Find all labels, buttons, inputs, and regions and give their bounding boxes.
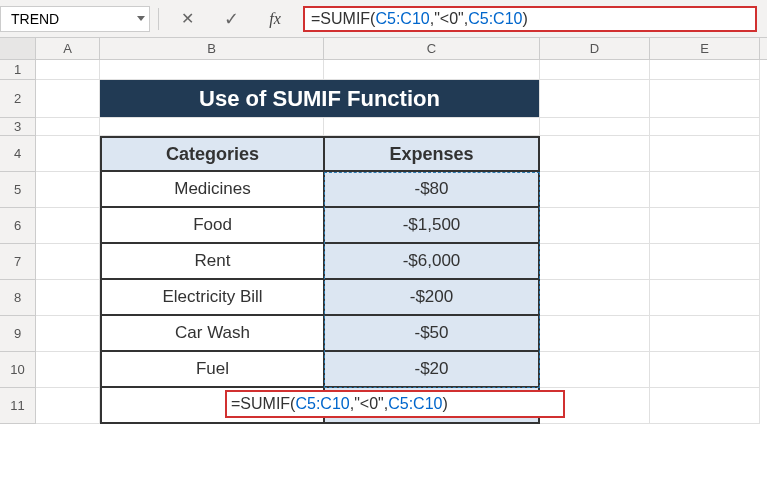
cell-a1[interactable] — [36, 60, 100, 80]
cell-category[interactable]: Car Wash — [100, 316, 324, 352]
col-header-e[interactable]: E — [650, 38, 760, 59]
row-header-9[interactable]: 9 — [0, 316, 36, 352]
cell-e2[interactable] — [650, 80, 760, 118]
cell-c3[interactable] — [324, 118, 540, 136]
row-3: 3 — [0, 118, 767, 136]
check-icon: ✓ — [224, 8, 239, 30]
cell-b1[interactable] — [100, 60, 324, 80]
cell-e11[interactable] — [650, 388, 760, 424]
insert-function-button[interactable]: fx — [255, 6, 295, 32]
cancel-button[interactable]: ✕ — [167, 6, 207, 32]
cell-e1[interactable] — [650, 60, 760, 80]
cell-d9[interactable] — [540, 316, 650, 352]
cell-e5[interactable] — [650, 172, 760, 208]
cell-a5[interactable] — [36, 172, 100, 208]
header-expenses[interactable]: Expenses — [324, 136, 540, 172]
cell-c1[interactable] — [324, 60, 540, 80]
formula-text-suffix: ) — [522, 10, 527, 28]
cell-a10[interactable] — [36, 352, 100, 388]
formula-range2: C5:C10 — [468, 10, 522, 28]
row-header-6[interactable]: 6 — [0, 208, 36, 244]
cell-category[interactable]: Electricity Bill — [100, 280, 324, 316]
cell-d8[interactable] — [540, 280, 650, 316]
cell-d4[interactable] — [540, 136, 650, 172]
cell-category[interactable]: Fuel — [100, 352, 324, 388]
cell-a9[interactable] — [36, 316, 100, 352]
header-categories[interactable]: Categories — [100, 136, 324, 172]
row-1: 1 — [0, 60, 767, 80]
cell-a8[interactable] — [36, 280, 100, 316]
col-header-b[interactable]: B — [100, 38, 324, 59]
row-header-1[interactable]: 1 — [0, 60, 36, 80]
row-4: 4 Categories Expenses — [0, 136, 767, 172]
cell-expense[interactable]: -$20 — [324, 352, 540, 388]
row-11: 11 SUM =SUMIF(C5:C10,"<0",C5:C10) — [0, 388, 767, 424]
cell-a2[interactable] — [36, 80, 100, 118]
cell-e4[interactable] — [650, 136, 760, 172]
formula-input[interactable]: =SUMIF(C5:C10,"<0",C5:C10) — [303, 6, 757, 32]
row-10: 10 Fuel -$20 — [0, 352, 767, 388]
row-6: 6 Food -$1,500 — [0, 208, 767, 244]
formula-bar: ✕ ✓ fx =SUMIF(C5:C10,"<0",C5:C10) — [0, 0, 767, 38]
name-box-input[interactable] — [9, 10, 109, 28]
cell-expense[interactable]: -$50 — [324, 316, 540, 352]
cell-category[interactable]: Food — [100, 208, 324, 244]
cell-a11[interactable] — [36, 388, 100, 424]
row-header-11[interactable]: 11 — [0, 388, 36, 424]
row-header-8[interactable]: 8 — [0, 280, 36, 316]
cell-d10[interactable] — [540, 352, 650, 388]
cell-category[interactable]: Rent — [100, 244, 324, 280]
cell-d1[interactable] — [540, 60, 650, 80]
cell-formula-prefix: =SUMIF( — [231, 395, 295, 413]
cell-a6[interactable] — [36, 208, 100, 244]
cell-a4[interactable] — [36, 136, 100, 172]
cell-expense[interactable]: -$6,000 — [324, 244, 540, 280]
row-7: 7 Rent -$6,000 — [0, 244, 767, 280]
cell-editor-overlay[interactable]: =SUMIF(C5:C10,"<0",C5:C10) — [225, 390, 565, 418]
sum-formula-cell[interactable]: =SUMIF(C5:C10,"<0",C5:C10) — [324, 388, 540, 424]
cell-formula-suffix: ) — [442, 395, 447, 413]
cell-e8[interactable] — [650, 280, 760, 316]
separator — [158, 8, 159, 30]
cell-formula-range1: C5:C10 — [295, 395, 349, 413]
name-box-dropdown-icon[interactable] — [137, 16, 145, 21]
cell-e9[interactable] — [650, 316, 760, 352]
cell-d5[interactable] — [540, 172, 650, 208]
row-header-5[interactable]: 5 — [0, 172, 36, 208]
row-header-10[interactable]: 10 — [0, 352, 36, 388]
row-header-3[interactable]: 3 — [0, 118, 36, 136]
cell-expense[interactable]: -$80 — [324, 172, 540, 208]
row-2: 2 Use of SUMIF Function — [0, 80, 767, 118]
worksheet-grid: 1 2 Use of SUMIF Function 3 4 Categories… — [0, 60, 767, 424]
cell-category[interactable]: Medicines — [100, 172, 324, 208]
row-header-2[interactable]: 2 — [0, 80, 36, 118]
name-box[interactable] — [0, 6, 150, 32]
enter-button[interactable]: ✓ — [211, 6, 251, 32]
cell-formula-range2: C5:C10 — [388, 395, 442, 413]
row-5: 5 Medicines -$80 — [0, 172, 767, 208]
col-header-c[interactable]: C — [324, 38, 540, 59]
cell-a7[interactable] — [36, 244, 100, 280]
cell-b3[interactable] — [100, 118, 324, 136]
cell-e10[interactable] — [650, 352, 760, 388]
cell-a3[interactable] — [36, 118, 100, 136]
formula-range1: C5:C10 — [375, 10, 429, 28]
select-all-corner[interactable] — [0, 38, 36, 59]
x-icon: ✕ — [181, 9, 194, 28]
cell-d2[interactable] — [540, 80, 650, 118]
cell-d7[interactable] — [540, 244, 650, 280]
title-cell[interactable]: Use of SUMIF Function — [100, 80, 540, 118]
cell-d3[interactable] — [540, 118, 650, 136]
cell-e3[interactable] — [650, 118, 760, 136]
cell-e6[interactable] — [650, 208, 760, 244]
cell-e7[interactable] — [650, 244, 760, 280]
cell-expense[interactable]: -$1,500 — [324, 208, 540, 244]
col-header-d[interactable]: D — [540, 38, 650, 59]
cell-expense[interactable]: -$200 — [324, 280, 540, 316]
cell-formula-mid: ,"<0", — [350, 395, 389, 413]
row-header-4[interactable]: 4 — [0, 136, 36, 172]
col-header-a[interactable]: A — [36, 38, 100, 59]
cell-d6[interactable] — [540, 208, 650, 244]
row-header-7[interactable]: 7 — [0, 244, 36, 280]
formula-text-mid: ,"<0", — [430, 10, 469, 28]
